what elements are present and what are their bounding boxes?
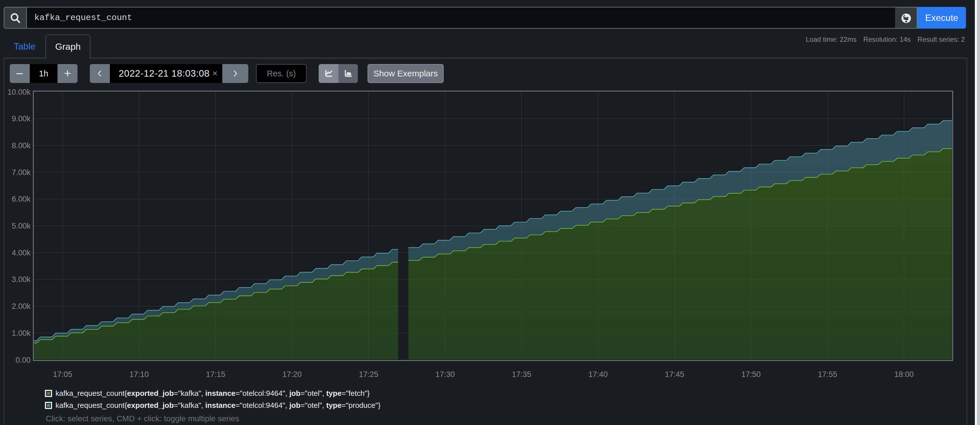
svg-text:3.00k: 3.00k [12, 275, 31, 284]
svg-text:17:10: 17:10 [130, 370, 149, 379]
svg-text:17:05: 17:05 [53, 370, 72, 379]
svg-text:4.00k: 4.00k [12, 248, 31, 257]
svg-text:8.00k: 8.00k [12, 141, 31, 150]
svg-text:1.00k: 1.00k [12, 329, 31, 337]
svg-text:17:35: 17:35 [512, 370, 531, 379]
svg-text:17:45: 17:45 [665, 370, 684, 379]
svg-text:9.00k: 9.00k [12, 115, 31, 123]
svg-text:18:00: 18:00 [894, 370, 914, 379]
svg-text:17:20: 17:20 [282, 370, 302, 379]
svg-text:17:25: 17:25 [359, 370, 379, 379]
svg-text:17:40: 17:40 [589, 370, 608, 379]
svg-text:17:55: 17:55 [818, 370, 837, 379]
svg-text:7.00k: 7.00k [12, 168, 31, 177]
svg-text:0.00: 0.00 [16, 356, 30, 365]
svg-text:2.00k: 2.00k [12, 302, 31, 310]
svg-text:6.00k: 6.00k [12, 195, 31, 203]
svg-text:17:50: 17:50 [741, 370, 761, 379]
svg-text:17:30: 17:30 [435, 370, 455, 379]
svg-text:5.00k: 5.00k [12, 222, 31, 230]
svg-text:10.00k: 10.00k [8, 88, 31, 96]
svg-text:17:15: 17:15 [206, 370, 225, 379]
